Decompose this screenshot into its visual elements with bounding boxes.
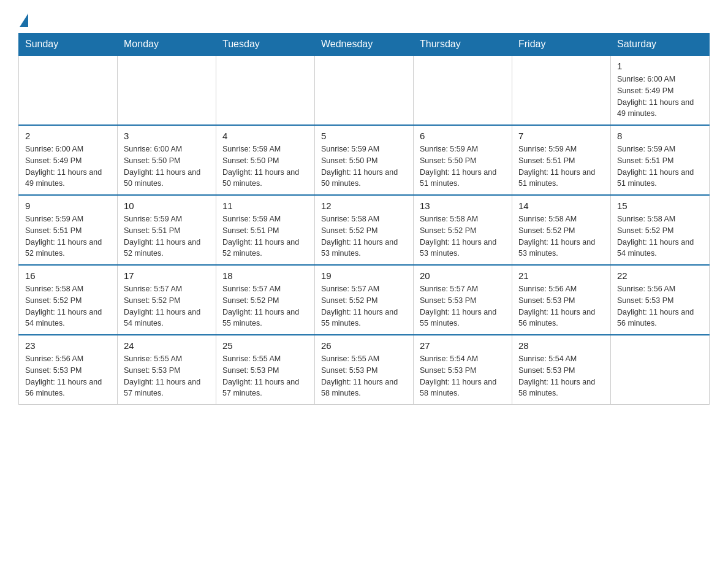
calendar-cell: 7Sunrise: 5:59 AMSunset: 5:51 PMDaylight… [512,125,611,195]
day-info: Sunrise: 5:54 AMSunset: 5:53 PMDaylight:… [420,353,506,399]
calendar-cell: 25Sunrise: 5:55 AMSunset: 5:53 PMDayligh… [216,335,315,405]
day-number: 25 [222,340,308,351]
day-number: 11 [222,201,308,211]
calendar-cell [118,55,216,125]
calendar-cell: 20Sunrise: 5:57 AMSunset: 5:53 PMDayligh… [414,265,512,335]
day-number: 3 [124,131,210,141]
logo [18,12,28,27]
day-number: 2 [25,131,111,141]
calendar-cell: 9Sunrise: 5:59 AMSunset: 5:51 PMDaylight… [19,195,118,265]
day-number: 28 [518,340,604,351]
day-info: Sunrise: 5:58 AMSunset: 5:52 PMDaylight:… [518,213,604,259]
day-info: Sunrise: 6:00 AMSunset: 5:50 PMDaylight:… [124,144,210,190]
calendar-cell: 12Sunrise: 5:58 AMSunset: 5:52 PMDayligh… [315,195,414,265]
calendar-cell: 27Sunrise: 5:54 AMSunset: 5:53 PMDayligh… [414,335,512,405]
day-info: Sunrise: 5:56 AMSunset: 5:53 PMDaylight:… [617,283,703,329]
calendar-cell: 5Sunrise: 5:59 AMSunset: 5:50 PMDaylight… [315,125,414,195]
calendar-cell: 13Sunrise: 5:58 AMSunset: 5:52 PMDayligh… [414,195,512,265]
day-info: Sunrise: 5:59 AMSunset: 5:50 PMDaylight:… [321,144,407,190]
day-header-friday: Friday [512,34,611,56]
calendar-cell: 6Sunrise: 5:59 AMSunset: 5:50 PMDaylight… [414,125,512,195]
day-number: 6 [420,131,506,141]
day-number: 16 [25,270,111,281]
day-number: 18 [222,270,308,281]
page-header [18,12,710,27]
calendar-cell: 24Sunrise: 5:55 AMSunset: 5:53 PMDayligh… [118,335,216,405]
calendar-week-row: 9Sunrise: 5:59 AMSunset: 5:51 PMDaylight… [19,195,710,265]
day-info: Sunrise: 5:56 AMSunset: 5:53 PMDaylight:… [518,283,604,329]
day-info: Sunrise: 5:55 AMSunset: 5:53 PMDaylight:… [222,353,308,399]
day-info: Sunrise: 6:00 AMSunset: 5:49 PMDaylight:… [25,144,111,190]
calendar-cell: 8Sunrise: 5:59 AMSunset: 5:51 PMDaylight… [611,125,710,195]
day-info: Sunrise: 5:59 AMSunset: 5:51 PMDaylight:… [617,144,703,190]
calendar-cell [414,55,512,125]
calendar-cell: 14Sunrise: 5:58 AMSunset: 5:52 PMDayligh… [512,195,611,265]
calendar-cell: 4Sunrise: 5:59 AMSunset: 5:50 PMDaylight… [216,125,315,195]
calendar-week-row: 23Sunrise: 5:56 AMSunset: 5:53 PMDayligh… [19,335,710,405]
day-info: Sunrise: 5:58 AMSunset: 5:52 PMDaylight:… [25,283,111,329]
day-info: Sunrise: 6:00 AMSunset: 5:49 PMDaylight:… [617,74,703,120]
calendar-cell [315,55,414,125]
day-info: Sunrise: 5:59 AMSunset: 5:51 PMDaylight:… [222,213,308,259]
calendar-week-row: 1Sunrise: 6:00 AMSunset: 5:49 PMDaylight… [19,55,710,125]
calendar-cell: 19Sunrise: 5:57 AMSunset: 5:52 PMDayligh… [315,265,414,335]
calendar-cell: 23Sunrise: 5:56 AMSunset: 5:53 PMDayligh… [19,335,118,405]
day-header-tuesday: Tuesday [216,34,315,56]
calendar-cell: 10Sunrise: 5:59 AMSunset: 5:51 PMDayligh… [118,195,216,265]
calendar-cell: 16Sunrise: 5:58 AMSunset: 5:52 PMDayligh… [19,265,118,335]
calendar-week-row: 2Sunrise: 6:00 AMSunset: 5:49 PMDaylight… [19,125,710,195]
calendar-cell: 2Sunrise: 6:00 AMSunset: 5:49 PMDaylight… [19,125,118,195]
day-number: 17 [124,270,210,281]
day-info: Sunrise: 5:59 AMSunset: 5:51 PMDaylight:… [124,213,210,259]
calendar-week-row: 16Sunrise: 5:58 AMSunset: 5:52 PMDayligh… [19,265,710,335]
day-info: Sunrise: 5:57 AMSunset: 5:53 PMDaylight:… [420,283,506,329]
day-info: Sunrise: 5:56 AMSunset: 5:53 PMDaylight:… [25,353,111,399]
day-info: Sunrise: 5:57 AMSunset: 5:52 PMDaylight:… [321,283,407,329]
day-info: Sunrise: 5:59 AMSunset: 5:51 PMDaylight:… [518,144,604,190]
calendar-table: SundayMondayTuesdayWednesdayThursdayFrid… [18,33,710,405]
day-number: 27 [420,340,506,351]
day-info: Sunrise: 5:57 AMSunset: 5:52 PMDaylight:… [124,283,210,329]
calendar-header-row: SundayMondayTuesdayWednesdayThursdayFrid… [19,34,710,56]
calendar-cell: 3Sunrise: 6:00 AMSunset: 5:50 PMDaylight… [118,125,216,195]
day-info: Sunrise: 5:58 AMSunset: 5:52 PMDaylight:… [420,213,506,259]
day-info: Sunrise: 5:59 AMSunset: 5:50 PMDaylight:… [222,144,308,190]
calendar-cell: 15Sunrise: 5:58 AMSunset: 5:52 PMDayligh… [611,195,710,265]
calendar-cell [512,55,611,125]
day-number: 1 [617,61,703,71]
day-number: 14 [518,201,604,211]
day-info: Sunrise: 5:58 AMSunset: 5:52 PMDaylight:… [321,213,407,259]
day-number: 26 [321,340,407,351]
calendar-cell: 22Sunrise: 5:56 AMSunset: 5:53 PMDayligh… [611,265,710,335]
calendar-cell: 1Sunrise: 6:00 AMSunset: 5:49 PMDaylight… [611,55,710,125]
calendar-cell: 18Sunrise: 5:57 AMSunset: 5:52 PMDayligh… [216,265,315,335]
day-number: 13 [420,201,506,211]
day-info: Sunrise: 5:57 AMSunset: 5:52 PMDaylight:… [222,283,308,329]
day-number: 19 [321,270,407,281]
calendar-cell [216,55,315,125]
day-number: 4 [222,131,308,141]
day-number: 23 [25,340,111,351]
day-number: 15 [617,201,703,211]
day-number: 9 [25,201,111,211]
calendar-cell: 26Sunrise: 5:55 AMSunset: 5:53 PMDayligh… [315,335,414,405]
day-info: Sunrise: 5:58 AMSunset: 5:52 PMDaylight:… [617,213,703,259]
day-info: Sunrise: 5:54 AMSunset: 5:53 PMDaylight:… [518,353,604,399]
day-info: Sunrise: 5:59 AMSunset: 5:50 PMDaylight:… [420,144,506,190]
logo-triangle-icon [20,13,28,27]
day-number: 24 [124,340,210,351]
day-header-monday: Monday [118,34,216,56]
calendar-cell: 28Sunrise: 5:54 AMSunset: 5:53 PMDayligh… [512,335,611,405]
day-header-thursday: Thursday [414,34,512,56]
day-number: 20 [420,270,506,281]
day-header-saturday: Saturday [611,34,710,56]
day-info: Sunrise: 5:55 AMSunset: 5:53 PMDaylight:… [321,353,407,399]
day-header-sunday: Sunday [19,34,118,56]
day-info: Sunrise: 5:55 AMSunset: 5:53 PMDaylight:… [124,353,210,399]
calendar-cell: 11Sunrise: 5:59 AMSunset: 5:51 PMDayligh… [216,195,315,265]
calendar-cell [611,335,710,405]
day-number: 21 [518,270,604,281]
day-number: 10 [124,201,210,211]
day-number: 5 [321,131,407,141]
day-number: 22 [617,270,703,281]
